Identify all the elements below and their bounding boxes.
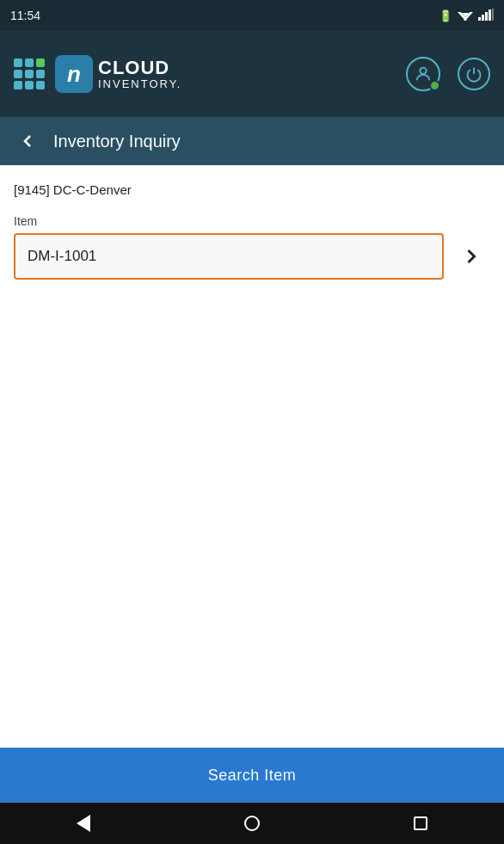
app-header: n CLOUD INVENTORY. (0, 31, 504, 117)
search-item-button[interactable]: Search Item (0, 748, 504, 803)
item-field-label: Item (14, 214, 490, 228)
item-search-arrow-button[interactable] (452, 237, 490, 275)
logo-cloud-text: CLOUD (98, 58, 181, 78)
wifi-icon (458, 9, 473, 23)
location-label: [9145] DC-C-Denver (14, 182, 490, 197)
logo-n-icon: n (55, 55, 93, 93)
nav-bar: Inventory Inquiry (0, 117, 504, 165)
android-nav-bar (0, 803, 504, 844)
svg-rect-4 (478, 17, 481, 21)
android-home-button[interactable] (244, 816, 260, 831)
logo-text: CLOUD INVENTORY. (98, 58, 181, 90)
svg-rect-5 (482, 15, 484, 21)
svg-rect-7 (489, 9, 491, 21)
main-content: [9145] DC-C-Denver Item (0, 165, 504, 748)
page-title: Inventory Inquiry (53, 132, 181, 151)
grid-menu-icon[interactable] (14, 59, 45, 89)
status-time: 11:54 (10, 9, 40, 22)
power-button[interactable] (458, 58, 490, 90)
item-row (14, 233, 490, 280)
signal-icon (478, 9, 494, 23)
item-input[interactable] (14, 233, 444, 280)
search-button-label: Search Item (208, 767, 297, 785)
header-left: n CLOUD INVENTORY. (14, 55, 181, 93)
svg-point-9 (420, 68, 426, 74)
user-profile-button[interactable] (406, 57, 440, 91)
user-online-badge (429, 80, 440, 91)
android-back-button[interactable] (77, 815, 90, 832)
android-recents-button[interactable] (414, 816, 427, 830)
logo: n CLOUD INVENTORY. (55, 55, 181, 93)
logo-inventory-text: INVENTORY. (98, 78, 181, 90)
svg-rect-8 (492, 9, 494, 21)
header-right (406, 57, 490, 91)
status-bar: 11:54 🔋 (0, 0, 504, 31)
svg-rect-6 (485, 12, 488, 21)
status-icons: 🔋 (439, 9, 494, 23)
back-button[interactable] (14, 127, 41, 155)
battery-icon: 🔋 (439, 9, 452, 22)
